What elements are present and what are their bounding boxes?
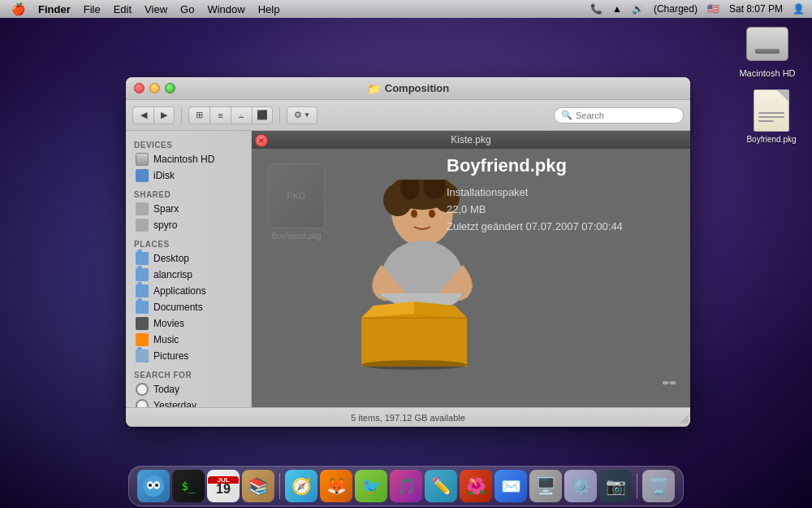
camera-icon: 📷 (599, 470, 632, 502)
sidebar-item-desktop[interactable]: Desktop (127, 250, 249, 267)
menu-finder[interactable]: Finder (32, 3, 77, 15)
menu-go[interactable]: Go (174, 3, 201, 15)
menu-help[interactable]: Help (252, 3, 287, 15)
view-list-button[interactable]: ≡ (209, 106, 231, 124)
resize-handle[interactable] (677, 412, 689, 425)
dock-item-pref[interactable]: ⚙️ (564, 470, 597, 502)
file-size-display: 22,0 MB (447, 203, 674, 215)
dock-item-mail[interactable]: ✉️ (495, 470, 527, 502)
dock-item-trash[interactable]: 🗑️ (642, 470, 675, 502)
sidebar-idisk-label: iDisk (153, 170, 175, 181)
desktop-icon-macintosh-hd[interactable]: Macintosh HD (735, 23, 800, 79)
user-icon: 👤 (790, 3, 807, 15)
gear-chevron-icon: ▼ (304, 111, 310, 119)
dock-item-firefox[interactable]: 🦊 (320, 470, 352, 502)
flag-icon: 🇺🇸 (705, 3, 722, 15)
sidebar-item-sparx[interactable]: Sparx (127, 201, 249, 217)
dock-item-camera[interactable]: 📷 (599, 470, 632, 502)
forward-button[interactable]: ▶ (153, 106, 175, 124)
clock-icon-today (136, 383, 149, 396)
apple-menu[interactable]: 🍎 (5, 2, 32, 15)
sidebar-item-today[interactable]: Today (127, 381, 249, 397)
close-button[interactable] (134, 83, 145, 93)
folder-icon-movies (136, 317, 149, 330)
preview-titlebar: ✕ Kiste.pkg (252, 131, 690, 149)
network-icon-spyro (136, 219, 149, 232)
window-titlebar: 📁 Composition (126, 77, 690, 100)
menu-file[interactable]: File (77, 3, 107, 15)
view-cover-button[interactable]: ⬛ (252, 106, 273, 124)
sidebar-item-spyro[interactable]: spyro (127, 217, 249, 233)
svg-point-6 (411, 210, 417, 218)
file-name-display: Boyfriend.pkg (447, 155, 674, 176)
sidebar-item-documents[interactable]: Documents (127, 299, 249, 315)
maximize-button[interactable] (165, 83, 175, 93)
sidebar-item-applications[interactable]: Applications (127, 283, 249, 299)
sidebar-movies-label: Movies (153, 318, 184, 329)
svg-point-23 (155, 484, 158, 487)
minimize-button[interactable] (149, 83, 160, 93)
dock-item-stacks[interactable]: 📚 (242, 470, 274, 502)
bg-file-label: Boyfriend.pkg (268, 232, 325, 241)
sidebar-spyro-label: spyro (153, 219, 177, 231)
sidebar-item-yesterday[interactable]: Yesterday (127, 397, 249, 407)
app1-icon: 🌺 (460, 470, 492, 502)
folder-icon-desktop (136, 252, 149, 265)
volume-icon: 🔊 (629, 3, 646, 15)
menu-view[interactable]: View (138, 3, 174, 15)
resize-arrows[interactable] (661, 375, 677, 394)
preview-title-text: Kiste.pkg (451, 134, 490, 145)
menubar-right: 📞 ▲ 🔊 (Charged) 🇺🇸 Sat 8:07 PM 👤 (588, 3, 807, 15)
sidebar-item-movies[interactable]: Movies (127, 315, 249, 332)
dock-item-bbedit[interactable]: ✏️ (425, 470, 457, 502)
action-button[interactable]: ⚙ ▼ (287, 106, 317, 124)
sidebar-item-alancrisp[interactable]: alancrisp (127, 267, 249, 283)
menu-window[interactable]: Window (201, 3, 251, 15)
nav-buttons: ◀ ▶ (132, 106, 175, 124)
dock-item-safari[interactable]: 🧭 (285, 470, 317, 502)
file-info-panel: Boyfriend.pkg Installationspaket 22,0 MB… (447, 155, 674, 237)
sidebar-section-shared: SHARED (126, 187, 251, 201)
window-content: DEVICES Macintosh HD iDisk SHARED Sparx … (126, 131, 690, 407)
dock-separator (279, 473, 280, 499)
desktop-icon-nadia-timetable[interactable]: Boyfriend.pkg (739, 89, 804, 145)
view-column-button[interactable]: ⫠ (231, 106, 252, 124)
sidebar-item-macintosh-hd[interactable]: Macintosh HD (127, 151, 249, 167)
mail-icon: ✉️ (495, 470, 527, 502)
calendar-icon: JUL 19 (207, 470, 240, 502)
dock-item-app1[interactable]: 🌺 (460, 470, 492, 502)
sidebar-section-search: SEARCH FOR (126, 367, 251, 381)
dock-item-terminal[interactable]: $_ (172, 470, 205, 502)
dock-item-calendar[interactable]: JUL 19 (207, 470, 240, 502)
bg-file-ghost: PKG Boyfriend.pkg (268, 163, 325, 241)
sidebar-applications-label: Applications (153, 285, 206, 297)
itunes-icon: 🎵 (390, 470, 422, 502)
sidebar-desktop-label: Desktop (153, 253, 189, 264)
stacks-icon: 📚 (242, 470, 274, 502)
sidebar-section-places: PLACES (126, 237, 251, 250)
view-icon-button[interactable]: ⊞ (188, 106, 209, 124)
sidebar-music-label: Music (153, 334, 179, 345)
clock: Sat 8:07 PM (727, 3, 785, 15)
menu-edit[interactable]: Edit (107, 3, 138, 15)
dock: $_ JUL 19 📚 🧭 🦊 🐦 🎵 ✏️ 🌺 (128, 466, 684, 506)
hd-icon-shape (746, 27, 788, 61)
dock-item-finder[interactable] (137, 470, 170, 502)
bbedit-icon: ✏️ (425, 470, 457, 502)
sidebar-item-idisk[interactable]: iDisk (127, 167, 249, 184)
menubar: 🍎 Finder File Edit View Go Window Help 📞… (0, 0, 812, 18)
search-field[interactable]: 🔍 (554, 107, 684, 124)
dock-item-sys[interactable]: 🖥️ (529, 470, 562, 502)
sidebar-item-pictures[interactable]: Pictures (127, 348, 249, 364)
dock-item-itunes[interactable]: 🎵 (390, 470, 422, 502)
dock-item-adium[interactable]: 🐦 (355, 470, 387, 502)
folder-icon-applications (136, 284, 149, 297)
search-input[interactable] (576, 111, 676, 120)
back-button[interactable]: ◀ (132, 106, 153, 124)
preview-close-button[interactable]: ✕ (255, 134, 268, 147)
wifi-icon: ▲ (610, 3, 624, 15)
battery-status: (Charged) (651, 3, 700, 15)
sidebar-item-music[interactable]: Music (127, 332, 249, 348)
svg-line-18 (687, 422, 689, 423)
preview-pane: ✕ Kiste.pkg PKG Boyfriend.pkg (252, 131, 690, 407)
